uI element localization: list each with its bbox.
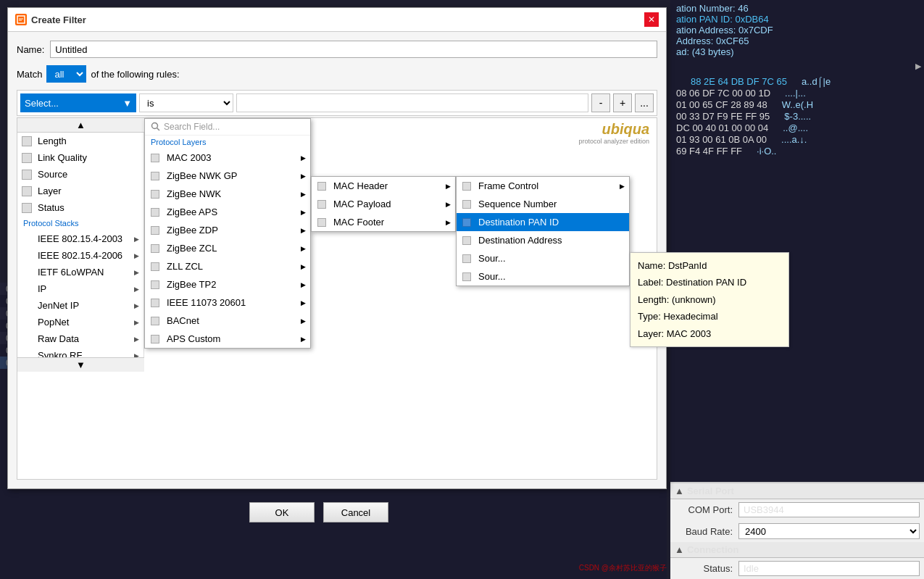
cascade-item-icon [151,208,159,217]
dialog-title: Create Filter [15,14,86,25]
info-line: ation PAN ID: 0xDB64 [676,14,918,25]
cascade-menu-2: MAC Header MAC Payload MAC Footer [311,176,456,232]
cascade-item-icon [462,254,471,263]
hex-row: 00 33 D7 F9 FE FF 95 $-3..... [676,111,918,122]
cascade-item-icon [151,226,159,235]
list-item-icon [22,136,32,146]
cascade-item-icon [151,244,159,253]
dialog-titlebar: Create Filter ✕ [8,8,666,32]
com-port-row: COM Port: USB3944 [670,499,924,520]
name-input[interactable] [50,41,657,58]
cascade-item-label: IEEE 11073 20601 [167,297,246,308]
cascade-item-label: Sour... [478,253,506,264]
scroll-right[interactable]: ▶ [670,60,924,72]
cascade-item-nwkgp[interactable]: ZigBee NWK GP [145,167,310,185]
cascade-item-nwk[interactable]: ZigBee NWK [145,185,310,203]
scroll-up-button[interactable]: ▲ [17,118,144,133]
cancel-button[interactable]: Cancel [323,502,388,522]
hex-row: 08 06 DF 7C 00 00 1D ....|... [676,88,918,99]
cascade-item-apscustom[interactable]: APS Custom [145,330,310,348]
cascade-item-icon [317,218,326,227]
dialog-icon [15,14,27,25]
list-item-label: IEEE 802.15.4-2006 [38,250,122,261]
cascade-item-dst-pan-id[interactable]: Destination PAN ID [457,213,629,231]
cascade-item-mac-header[interactable]: MAC Header [312,177,455,195]
status-value: Idle [738,561,920,576]
list-item-source[interactable]: Source [17,166,143,183]
cascade-item-label: ZigBee ZCL [167,243,217,254]
field-select-button[interactable]: Select... ▼ [20,93,136,112]
ubiqua-sub: protocol analyzer edition [578,138,649,145]
rule-value-input[interactable] [236,93,588,112]
list-item-ieee2006[interactable]: IEEE 802.15.4-2006 [17,247,143,264]
dialog-title-text: Create Filter [31,14,86,25]
list-item-length[interactable]: Length [17,133,143,149]
list-item-label: IP [38,283,46,294]
cascade-item-ieee11073[interactable]: IEEE 11073 20601 [145,293,310,312]
info-line: ad: (43 bytes) [676,46,918,57]
scroll-down-button[interactable]: ▼ [17,357,144,372]
list-item-6lowpan[interactable]: IETF 6LoWPAN [17,264,143,280]
cascade-item-icon [151,280,159,289]
list-item-rawdata[interactable]: Raw Data [17,330,143,347]
tooltip-type: Type: Hexadecimal [638,308,781,325]
cascade-item-label: Destination Address [478,235,562,246]
cascade-item-mac-footer[interactable]: MAC Footer [312,213,455,231]
cascade-item-label: ZigBee TP2 [167,279,216,290]
hex-row: DC 00 40 01 00 00 04 ..@.... [676,122,918,133]
name-row: Name: [17,41,657,58]
list-item-layer[interactable]: Layer [17,183,143,199]
cascade-item-seq-num[interactable]: Sequence Number [457,195,629,213]
list-item-label: Source [38,169,67,180]
csdn-watermark: CSDN @余村苏比亚的猴子 [579,563,667,573]
cascade-item-src2[interactable]: Sour... [457,267,629,286]
remove-rule-button[interactable]: - [591,93,610,112]
list-item-label: JenNet IP [38,300,79,311]
list-item-popnet[interactable]: PopNet [17,314,143,330]
cascade-item-label: ZigBee ZDP [167,225,218,236]
filter-rule-row: Select... ▼ is is not contains - + ... [17,90,657,116]
cascade-item-icon [151,317,159,325]
name-label: Name: [17,44,44,55]
connection-label: Connection [687,544,739,555]
match-suffix: of the following rules: [91,69,179,80]
list-item-status[interactable]: Status [17,199,143,216]
list-item-label: Layer [38,186,62,196]
list-item-jennetip[interactable]: JenNet IP [17,297,143,314]
hex-panel: ation Number: 46 ation PAN ID: 0xDB64 at… [670,0,924,275]
more-options-button[interactable]: ... [635,93,654,112]
baud-rate-select[interactable]: 2400 4800 9600 19200 38400 57600 115200 [738,523,920,539]
cascade-item-src1[interactable]: Sour... [457,249,629,267]
cascade-item-icon [151,154,159,162]
operator-select[interactable]: is is not contains [139,93,233,112]
cascade-item-frame-control[interactable]: Frame Control [457,177,629,195]
tooltip-box: Name: DstPanId Label: Destination PAN ID… [630,252,789,347]
cascade-item-label: MAC Payload [333,199,391,209]
list-item-ip[interactable]: IP [17,280,143,297]
cascade-item-label: ZigBee NWK GP [167,170,238,181]
search-input[interactable] [164,122,304,132]
status-row: Status: Idle [670,558,924,579]
add-rule-button[interactable]: + [613,93,632,112]
close-button[interactable]: ✕ [644,12,659,27]
cascade-item-dst-addr[interactable]: Destination Address [457,231,629,249]
cascade-item-bacnet[interactable]: BACnet [145,312,310,330]
match-select[interactable]: all any [46,65,86,83]
cascade-item-zdp[interactable]: ZigBee ZDP [145,221,310,239]
cascade-item-label: MAC Footer [333,217,384,228]
cascade-item-zcl[interactable]: ZigBee ZCL [145,239,310,257]
cascade-item-icon [462,236,471,245]
cascade-item-icon [462,182,471,191]
cascade-item-mac2003[interactable]: MAC 2003 [145,149,310,167]
cascade-item-zllzcl[interactable]: ZLL ZCL [145,257,310,275]
info-line: ation Address: 0x7CDF [676,25,918,36]
cascade-item-mac-payload[interactable]: MAC Payload [312,195,455,213]
list-item-linkquality[interactable]: Link Quality [17,149,143,166]
hex-row: 69 F4 4F FF FF ·i·O.. [676,146,918,157]
cascade-item-tp2[interactable]: ZigBee TP2 [145,275,310,293]
dialog-body: Name: Match all any of the following rul… [8,32,666,488]
dropdown-area: ubiqua protocol analyzer edition ▲ Lengt… [17,117,657,480]
ok-button[interactable]: OK [249,502,315,522]
cascade-item-aps[interactable]: ZigBee APS [145,203,310,221]
list-item-ieee2003[interactable]: IEEE 802.15.4-2003 [17,230,143,247]
